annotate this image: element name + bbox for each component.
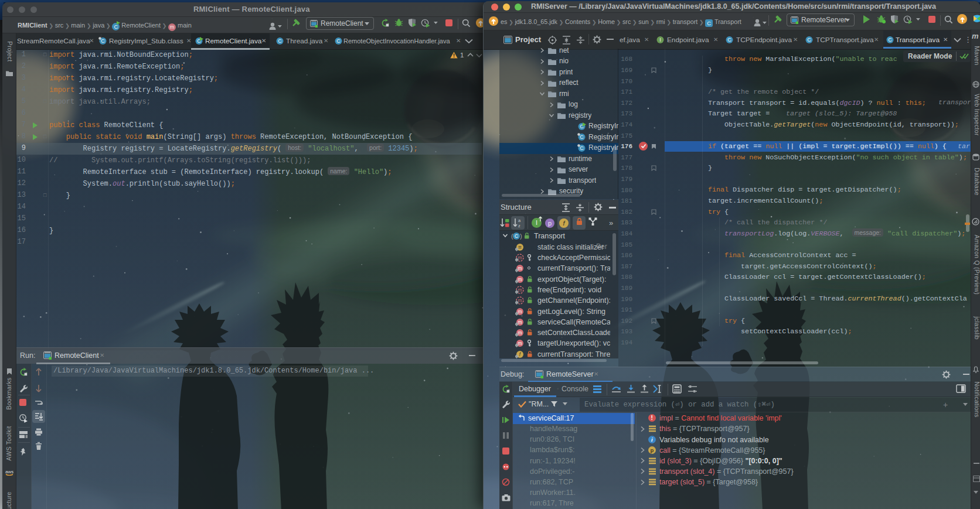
svg-text:C: C <box>580 145 584 151</box>
svg-text:): ) <box>520 233 522 240</box>
svg-text:C: C <box>807 37 811 43</box>
svg-text:C: C <box>336 38 341 44</box>
svg-text:C: C <box>727 37 731 43</box>
svg-text:z: z <box>518 223 520 228</box>
svg-text:C: C <box>580 134 584 140</box>
svg-text:C: C <box>278 38 282 44</box>
svg-text:I: I <box>659 37 661 43</box>
svg-text:aws: aws <box>5 469 13 474</box>
svg-text:C: C <box>101 38 105 44</box>
svg-text:C: C <box>888 37 892 43</box>
svg-text:C: C <box>515 233 518 239</box>
